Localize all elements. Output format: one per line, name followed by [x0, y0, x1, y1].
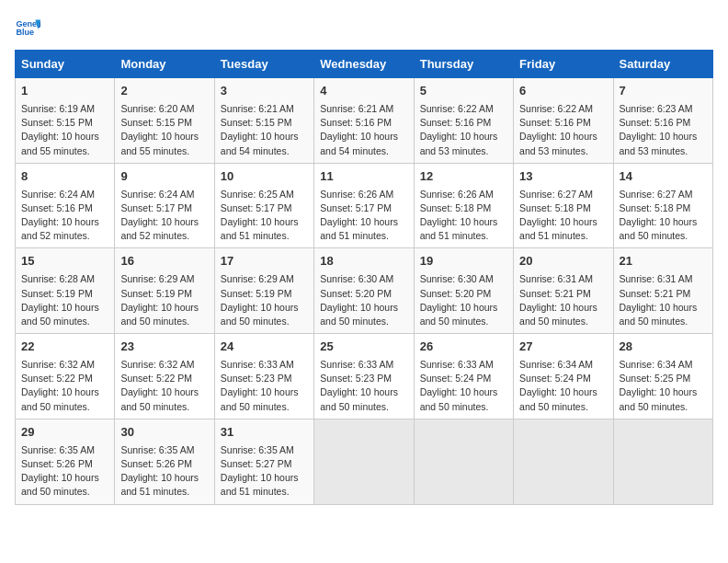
day-info: Sunrise: 6:24 AM Sunset: 5:17 PM Dayligh… [120, 188, 208, 244]
day-info: Sunrise: 6:32 AM Sunset: 5:22 PM Dayligh… [21, 358, 108, 414]
calendar-cell: 3Sunrise: 6:21 AM Sunset: 5:15 PM Daylig… [214, 78, 313, 164]
day-number: 28 [620, 339, 707, 356]
header-wednesday: Wednesday [314, 51, 414, 78]
calendar-week-3: 15Sunrise: 6:28 AM Sunset: 5:19 PM Dayli… [16, 248, 713, 334]
day-number: 27 [519, 339, 607, 356]
day-info: Sunrise: 6:21 AM Sunset: 5:16 PM Dayligh… [320, 102, 407, 158]
day-number: 29 [21, 424, 108, 442]
day-info: Sunrise: 6:29 AM Sunset: 5:19 PM Dayligh… [221, 272, 308, 328]
day-info: Sunrise: 6:31 AM Sunset: 5:21 PM Dayligh… [620, 272, 707, 328]
calendar-week-1: 1Sunrise: 6:19 AM Sunset: 5:15 PM Daylig… [16, 78, 713, 164]
svg-text:Blue: Blue [16, 28, 34, 37]
day-info: Sunrise: 6:30 AM Sunset: 5:20 PM Dayligh… [420, 272, 507, 328]
calendar-cell: 17Sunrise: 6:29 AM Sunset: 5:19 PM Dayli… [214, 248, 313, 334]
day-info: Sunrise: 6:34 AM Sunset: 5:25 PM Dayligh… [620, 358, 707, 414]
day-info: Sunrise: 6:25 AM Sunset: 5:17 PM Dayligh… [221, 188, 308, 244]
calendar-body: 1Sunrise: 6:19 AM Sunset: 5:15 PM Daylig… [16, 78, 713, 505]
calendar-cell: 27Sunrise: 6:34 AM Sunset: 5:24 PM Dayli… [514, 334, 613, 419]
day-number: 6 [519, 83, 607, 100]
day-number: 23 [120, 339, 208, 356]
calendar-cell: 29Sunrise: 6:35 AM Sunset: 5:26 PM Dayli… [16, 419, 115, 504]
day-number: 1 [21, 83, 108, 100]
day-info: Sunrise: 6:29 AM Sunset: 5:19 PM Dayligh… [120, 272, 208, 328]
day-info: Sunrise: 6:35 AM Sunset: 5:27 PM Dayligh… [221, 443, 308, 500]
calendar-cell: 26Sunrise: 6:33 AM Sunset: 5:24 PM Dayli… [414, 334, 513, 419]
day-number: 15 [21, 253, 108, 270]
day-info: Sunrise: 6:24 AM Sunset: 5:16 PM Dayligh… [21, 188, 108, 244]
day-number: 30 [120, 424, 208, 442]
day-number: 7 [620, 83, 707, 100]
calendar-cell: 6Sunrise: 6:22 AM Sunset: 5:16 PM Daylig… [514, 78, 613, 164]
day-info: Sunrise: 6:19 AM Sunset: 5:15 PM Dayligh… [21, 102, 108, 158]
day-info: Sunrise: 6:33 AM Sunset: 5:23 PM Dayligh… [221, 358, 308, 414]
day-number: 10 [221, 168, 308, 186]
calendar-cell: 31Sunrise: 6:35 AM Sunset: 5:27 PM Dayli… [214, 419, 313, 504]
day-info: Sunrise: 6:22 AM Sunset: 5:16 PM Dayligh… [420, 102, 507, 158]
day-number: 17 [221, 253, 308, 270]
day-number: 14 [620, 168, 707, 186]
day-number: 22 [21, 339, 108, 356]
day-info: Sunrise: 6:26 AM Sunset: 5:18 PM Dayligh… [420, 188, 507, 244]
day-info: Sunrise: 6:32 AM Sunset: 5:22 PM Dayligh… [120, 358, 208, 414]
calendar-cell: 4Sunrise: 6:21 AM Sunset: 5:16 PM Daylig… [314, 78, 414, 164]
day-info: Sunrise: 6:22 AM Sunset: 5:16 PM Dayligh… [519, 102, 607, 158]
calendar-week-5: 29Sunrise: 6:35 AM Sunset: 5:26 PM Dayli… [16, 419, 713, 504]
day-info: Sunrise: 6:27 AM Sunset: 5:18 PM Dayligh… [620, 188, 707, 244]
header-monday: Monday [115, 51, 214, 78]
day-number: 21 [620, 253, 707, 270]
day-number: 20 [519, 253, 607, 270]
calendar-cell: 21Sunrise: 6:31 AM Sunset: 5:21 PM Dayli… [613, 248, 712, 334]
day-info: Sunrise: 6:33 AM Sunset: 5:24 PM Dayligh… [420, 358, 507, 414]
calendar-cell: 23Sunrise: 6:32 AM Sunset: 5:22 PM Dayli… [115, 334, 214, 419]
calendar-cell: 14Sunrise: 6:27 AM Sunset: 5:18 PM Dayli… [613, 163, 712, 248]
calendar-table: SundayMondayTuesdayWednesdayThursdayFrid… [15, 50, 713, 505]
calendar-cell: 5Sunrise: 6:22 AM Sunset: 5:16 PM Daylig… [414, 78, 513, 164]
header-sunday: Sunday [16, 51, 115, 78]
day-number: 2 [120, 83, 208, 100]
day-info: Sunrise: 6:34 AM Sunset: 5:24 PM Dayligh… [519, 358, 607, 414]
calendar-week-2: 8Sunrise: 6:24 AM Sunset: 5:16 PM Daylig… [16, 163, 713, 248]
day-info: Sunrise: 6:33 AM Sunset: 5:23 PM Dayligh… [320, 358, 407, 414]
calendar-cell: 18Sunrise: 6:30 AM Sunset: 5:20 PM Dayli… [314, 248, 414, 334]
calendar-cell: 30Sunrise: 6:35 AM Sunset: 5:26 PM Dayli… [115, 419, 214, 504]
day-number: 3 [221, 83, 308, 100]
header-thursday: Thursday [414, 51, 513, 78]
day-info: Sunrise: 6:27 AM Sunset: 5:18 PM Dayligh… [519, 188, 607, 244]
calendar-cell [414, 419, 513, 504]
day-info: Sunrise: 6:23 AM Sunset: 5:16 PM Dayligh… [620, 102, 707, 158]
day-info: Sunrise: 6:35 AM Sunset: 5:26 PM Dayligh… [21, 443, 108, 500]
day-info: Sunrise: 6:21 AM Sunset: 5:15 PM Dayligh… [221, 102, 308, 158]
day-number: 12 [420, 168, 507, 186]
calendar-cell: 13Sunrise: 6:27 AM Sunset: 5:18 PM Dayli… [514, 163, 613, 248]
calendar-cell: 10Sunrise: 6:25 AM Sunset: 5:17 PM Dayli… [214, 163, 313, 248]
page-header: General Blue [15, 15, 713, 40]
day-number: 19 [420, 253, 507, 270]
calendar-cell: 1Sunrise: 6:19 AM Sunset: 5:15 PM Daylig… [16, 78, 115, 164]
day-number: 18 [320, 253, 407, 270]
calendar-cell: 7Sunrise: 6:23 AM Sunset: 5:16 PM Daylig… [613, 78, 712, 164]
day-number: 9 [120, 168, 208, 186]
day-number: 26 [420, 339, 507, 356]
day-info: Sunrise: 6:35 AM Sunset: 5:26 PM Dayligh… [120, 443, 208, 500]
day-info: Sunrise: 6:31 AM Sunset: 5:21 PM Dayligh… [519, 272, 607, 328]
day-number: 25 [320, 339, 407, 356]
calendar-cell [314, 419, 414, 504]
calendar-cell: 15Sunrise: 6:28 AM Sunset: 5:19 PM Dayli… [16, 248, 115, 334]
day-info: Sunrise: 6:26 AM Sunset: 5:17 PM Dayligh… [320, 188, 407, 244]
calendar-cell: 24Sunrise: 6:33 AM Sunset: 5:23 PM Dayli… [214, 334, 313, 419]
calendar-cell: 28Sunrise: 6:34 AM Sunset: 5:25 PM Dayli… [613, 334, 712, 419]
calendar-cell: 25Sunrise: 6:33 AM Sunset: 5:23 PM Dayli… [314, 334, 414, 419]
day-info: Sunrise: 6:20 AM Sunset: 5:15 PM Dayligh… [120, 102, 208, 158]
day-number: 4 [320, 83, 407, 100]
calendar-cell: 2Sunrise: 6:20 AM Sunset: 5:15 PM Daylig… [115, 78, 214, 164]
calendar-cell: 11Sunrise: 6:26 AM Sunset: 5:17 PM Dayli… [314, 163, 414, 248]
header-tuesday: Tuesday [214, 51, 313, 78]
calendar-cell [613, 419, 712, 504]
calendar-cell: 20Sunrise: 6:31 AM Sunset: 5:21 PM Dayli… [514, 248, 613, 334]
logo: General Blue [15, 15, 40, 40]
day-number: 5 [420, 83, 507, 100]
calendar-cell: 12Sunrise: 6:26 AM Sunset: 5:18 PM Dayli… [414, 163, 513, 248]
day-number: 13 [519, 168, 607, 186]
day-info: Sunrise: 6:30 AM Sunset: 5:20 PM Dayligh… [320, 272, 407, 328]
day-number: 31 [221, 424, 308, 442]
